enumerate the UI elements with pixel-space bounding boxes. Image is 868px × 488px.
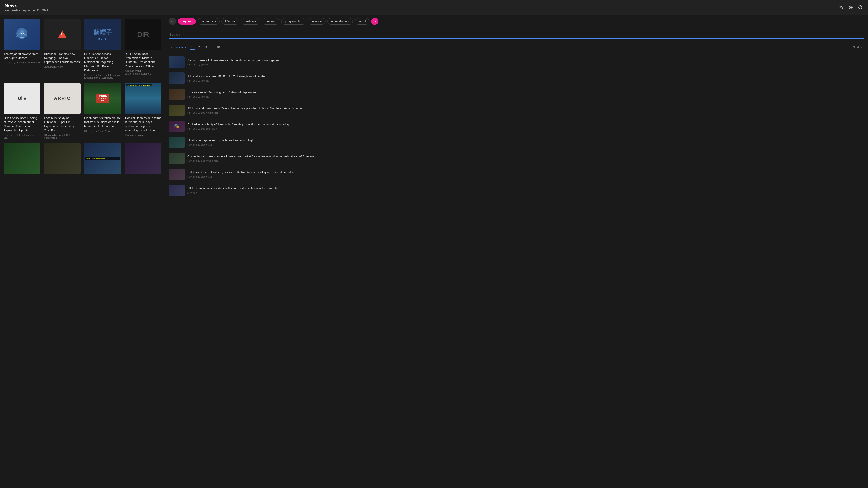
- pagination-page-1[interactable]: 1: [190, 44, 195, 50]
- header-date: Wednesday, September 11, 2024: [4, 8, 48, 12]
- list-item-9-content: KB Insurance launches rider policy for s…: [187, 187, 279, 194]
- list-item-7-title: Convenience stores compete in meal box m…: [187, 155, 314, 159]
- news-card-6[interactable]: ARRIC Feasibility Study on Lumwana Super…: [44, 83, 81, 139]
- news-card-6-meta: 30m ago by Barrick Gold Corporation: [44, 134, 81, 139]
- news-card-5-meta: 30m ago by Olivut Resources Ltd.: [4, 134, 40, 139]
- list-item-5[interactable]: 🎭 Explosive popularity of 'Heartsping' s…: [165, 118, 868, 134]
- news-grid-panel: NPR The major takeaways from last night'…: [0, 15, 165, 488]
- pagination-prev[interactable]: ← Previous: [169, 44, 188, 50]
- header-branding: News Wednesday, September 11, 2024: [4, 3, 48, 12]
- news-card-5[interactable]: Oliv Olivut Announces Closing of Private…: [4, 83, 40, 139]
- news-card-3-title: Blue Hat Announces Receipt of Nasdaq Not…: [84, 52, 121, 72]
- list-item-6-title: Monthly mortgage loan growth reaches rec…: [187, 138, 253, 142]
- news-card-8[interactable]: TROPICAL DEPRESSION SEVE... Tropical Dep…: [125, 83, 161, 139]
- list-item-2-title: Job additions rise over 100,000 for 2nd …: [187, 74, 267, 78]
- list-item-7-meta: 55m ago by Lee Kyung-min: [187, 159, 314, 162]
- search-input[interactable]: [169, 31, 864, 39]
- list-item-6-content: Monthly mortgage loan growth reaches rec…: [187, 138, 253, 146]
- list-item-9[interactable]: KB Insurance launches rider policy for s…: [165, 183, 868, 198]
- news-card-8-title: Tropical Depression 7 forms in Atlantic,…: [125, 116, 161, 133]
- news-card-8-image: TROPICAL DEPRESSION SEVE...: [125, 83, 161, 114]
- pagination-page-10[interactable]: 10: [215, 44, 222, 50]
- category-technology[interactable]: technology: [198, 18, 220, 25]
- category-business[interactable]: business: [241, 18, 260, 25]
- list-item-6-meta: 55m ago by Jun Ji-hye: [187, 143, 253, 146]
- news-card-12-image: [125, 143, 161, 174]
- news-card-1-image: NPR: [4, 19, 40, 50]
- news-card-3[interactable]: 藍帽子 Blue He Blue Hat Announces Receipt o…: [84, 19, 121, 79]
- category-regional[interactable]: regional: [178, 18, 196, 25]
- news-card-9-image: [4, 143, 40, 174]
- search-area: [165, 28, 868, 42]
- news-card-7-meta: 31m ago by Annie Nova: [84, 130, 121, 132]
- search-input-wrap: [169, 31, 864, 39]
- news-card-11-image: TROPICAL WAVE INVEST 92-L: [84, 143, 121, 174]
- dirtt-logo-text: DIR: [137, 30, 149, 39]
- list-item-3-thumb: [169, 89, 185, 100]
- list-item-6[interactable]: Monthly mortgage loan growth reaches rec…: [165, 134, 868, 151]
- barrick-logo-text: ARRIC: [54, 96, 70, 101]
- list-item-4-thumb: [169, 104, 185, 116]
- list-item-2-content: Job additions rise over 100,000 for 2nd …: [187, 74, 267, 82]
- category-next-arrow[interactable]: →: [371, 18, 378, 25]
- news-card-2[interactable]: Hurricane Francine now Category 2 as eye…: [44, 19, 81, 79]
- github-icon[interactable]: [857, 4, 864, 11]
- list-item-5-meta: 55m ago by Lee Yeon-woo: [187, 127, 289, 130]
- news-card-4-meta: 30m ago by DIRTT Environmental Solutions: [125, 70, 161, 75]
- list-item-8[interactable]: Unionized financial industry workers cri…: [165, 166, 868, 183]
- list-item-5-content: Explosive popularity of 'Heartsping' sen…: [187, 122, 289, 130]
- news-card-6-image: ARRIC: [44, 83, 81, 114]
- list-item-5-title: Explosive popularity of 'Heartsping' sen…: [187, 122, 289, 126]
- warning-triangle-icon: [58, 31, 67, 38]
- news-card-11[interactable]: TROPICAL WAVE INVEST 92-L: [84, 143, 121, 176]
- pagination-page-3[interactable]: 3: [204, 44, 209, 50]
- translate-icon[interactable]: [838, 4, 844, 11]
- list-item-2-meta: 55m ago by yonhap: [187, 79, 267, 82]
- tropical-label: TROPICAL DEPRESSION SEVE...: [126, 84, 153, 87]
- news-card-1[interactable]: NPR The major takeaways from last night'…: [4, 19, 40, 79]
- list-item-4[interactable]: KB Financial chair meets Cambodian senat…: [165, 102, 868, 118]
- category-programming[interactable]: programming: [281, 18, 306, 25]
- list-item-4-title: KB Financial chair meets Cambodian senat…: [187, 106, 302, 110]
- news-card-6-title: Feasibility Study on Lumwana Super Pit E…: [44, 116, 81, 133]
- category-bar: ← regional technology lifestyle business…: [165, 15, 868, 28]
- main-layout: NPR The major takeaways from last night'…: [0, 15, 868, 488]
- category-science[interactable]: science: [308, 18, 326, 25]
- list-item-2[interactable]: Job additions rise over 100,000 for 2nd …: [165, 70, 868, 86]
- news-card-12[interactable]: [125, 143, 161, 176]
- list-item-8-meta: 55m ago by Jun Ji-hye: [187, 175, 294, 178]
- news-card-7[interactable]: CANCELSTUDENTDEBT Biden administration d…: [84, 83, 121, 139]
- list-item-9-thumb: [169, 185, 185, 196]
- news-card-9[interactable]: [4, 143, 40, 176]
- pagination-ellipsis: ...: [211, 45, 213, 49]
- news-card-4[interactable]: DIR DIRTT Announces Promotion of Richard…: [125, 19, 161, 79]
- category-lifestyle[interactable]: lifestyle: [221, 18, 239, 25]
- brightness-icon[interactable]: [848, 4, 854, 11]
- news-list: Banks' household loans rise for 5th mont…: [165, 53, 868, 488]
- news-card-7-image: CANCELSTUDENTDEBT: [84, 83, 121, 114]
- news-card-1-title: The major takeaways from last night's de…: [4, 52, 40, 60]
- app-header: News Wednesday, September 11, 2024: [0, 0, 868, 15]
- news-card-4-image: DIR: [125, 19, 161, 50]
- pagination-bar: ← Previous 1 2 3 ... 10 Next →: [165, 42, 868, 53]
- list-item-7-thumb: [169, 153, 185, 164]
- list-item-3-meta: 55m ago by yonhap: [187, 95, 256, 98]
- pagination-page-2[interactable]: 2: [196, 44, 202, 50]
- list-item-7-content: Convenience stores compete in meal box m…: [187, 155, 314, 162]
- category-general[interactable]: general: [262, 18, 279, 25]
- category-world[interactable]: world: [355, 18, 369, 25]
- news-card-3-image: 藍帽子 Blue He: [84, 19, 121, 50]
- list-item-3-title: Exports rise 24.6% during first 10 days …: [187, 90, 256, 94]
- news-card-10[interactable]: [44, 143, 81, 176]
- news-card-4-title: DIRTT Announces Promotion of Richard Hun…: [125, 52, 161, 68]
- list-item-7[interactable]: Convenience stores compete in meal box m…: [165, 151, 868, 166]
- list-item-3[interactable]: Exports rise 24.6% during first 10 days …: [165, 86, 868, 102]
- list-item-1-thumb: [169, 57, 185, 68]
- category-prev-arrow[interactable]: ←: [169, 18, 176, 25]
- news-card-3-meta: 29m ago by Blue Hat Interactive Entertai…: [84, 74, 121, 79]
- category-entertainment[interactable]: entertainment: [328, 18, 353, 25]
- list-item-1[interactable]: Banks' household loans rise for 5th mont…: [165, 54, 868, 70]
- svg-text:NPR: NPR: [20, 32, 24, 34]
- pagination-next[interactable]: Next →: [851, 44, 864, 50]
- olivut-logo-text: Oliv: [18, 96, 26, 101]
